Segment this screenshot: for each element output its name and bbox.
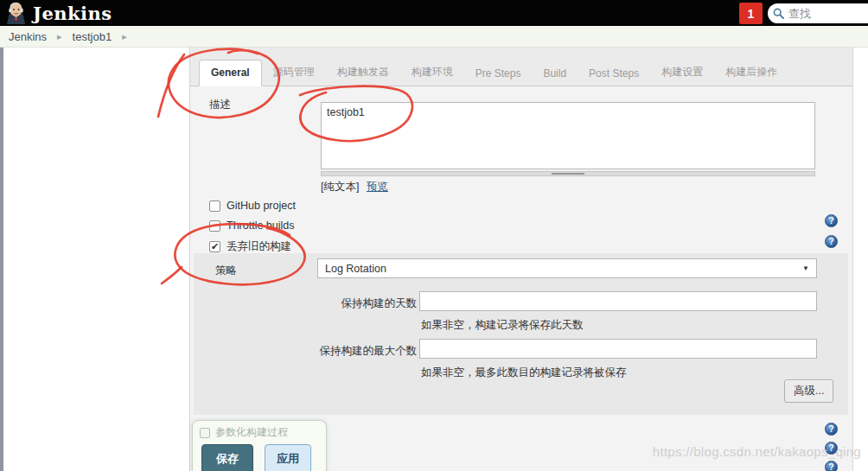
plain-text-mode-label: [纯文本] bbox=[321, 181, 359, 193]
chevron-right-icon: ▸ bbox=[122, 31, 127, 42]
tab-build-settings[interactable]: 构建设置 bbox=[650, 59, 714, 86]
annotation-tail-discard-old-builds bbox=[162, 267, 182, 283]
throttle-builds-checkbox[interactable] bbox=[209, 220, 220, 232]
max-builds-label: 保持构建的最大个数 bbox=[268, 344, 417, 359]
csdn-watermark: https://blog.csdn.net/kakaops_qing bbox=[653, 444, 861, 459]
jenkins-butler-icon[interactable] bbox=[4, 1, 27, 25]
breadcrumb: Jenkins ▸ testjob1 ▸ bbox=[0, 26, 868, 48]
save-panel: 参数化构建过程 保存 应用 在必要的时候并发构建 bbox=[192, 420, 327, 471]
throttle-builds-label: Throttle builds bbox=[227, 220, 295, 232]
help-icon[interactable]: ? bbox=[825, 423, 838, 436]
advanced-button[interactable]: 高级... bbox=[784, 379, 833, 403]
parameterized-build-checkbox[interactable] bbox=[200, 428, 210, 438]
strategy-select[interactable]: Log Rotation ▼ bbox=[317, 258, 817, 278]
days-to-keep-label: 保持构建的天数 bbox=[280, 296, 417, 311]
github-project-row: GitHub project bbox=[209, 200, 296, 212]
discard-old-builds-checkbox[interactable]: ✔ bbox=[209, 241, 220, 252]
window-edge bbox=[0, 48, 3, 471]
tab-pre-steps[interactable]: Pre Steps bbox=[464, 61, 533, 86]
search-input[interactable] bbox=[787, 6, 868, 21]
description-label: 描述 bbox=[209, 98, 231, 112]
config-tab-bar: General 源码管理 构建触发器 构建环境 Pre Steps Build … bbox=[190, 48, 852, 86]
chevron-right-icon: ▸ bbox=[57, 31, 62, 42]
tab-general[interactable]: General bbox=[199, 60, 262, 86]
jenkins-config-page: { "header": { "brand": "Jenkins", "alert… bbox=[0, 0, 868, 471]
apply-button[interactable]: 应用 bbox=[265, 444, 311, 471]
throttle-builds-row: Throttle builds bbox=[209, 220, 295, 232]
github-project-checkbox[interactable] bbox=[209, 200, 220, 212]
max-builds-help: 如果非空，最多此数目的构建记录将被保存 bbox=[421, 366, 627, 380]
tab-post-steps[interactable]: Post Steps bbox=[578, 61, 650, 86]
strategy-selected-value: Log Rotation bbox=[325, 263, 386, 275]
days-to-keep-help: 如果非空，构建记录将保存此天数 bbox=[421, 318, 584, 333]
chevron-down-icon: ▼ bbox=[802, 264, 809, 272]
github-project-label: GitHub project bbox=[227, 200, 296, 212]
breadcrumb-item-job[interactable]: testjob1 bbox=[73, 30, 112, 43]
tab-build-triggers[interactable]: 构建触发器 bbox=[326, 59, 400, 86]
discard-old-builds-label: 丢弃旧的构建 bbox=[227, 239, 291, 254]
log-rotation-section: 策略 Log Rotation ▼ 保持构建的天数 如果非空，构建记录将保存此天… bbox=[194, 253, 848, 415]
help-icon[interactable]: ? bbox=[825, 235, 838, 248]
description-modeline: [纯文本] 预览 bbox=[321, 180, 388, 194]
tab-post-build-actions[interactable]: 构建后操作 bbox=[714, 59, 788, 86]
strategy-label: 策略 bbox=[215, 264, 237, 278]
max-builds-input[interactable] bbox=[419, 339, 817, 359]
tab-build-environment[interactable]: 构建环境 bbox=[400, 59, 464, 86]
config-content: General 源码管理 构建触发器 构建环境 Pre Steps Build … bbox=[189, 48, 853, 471]
search-box bbox=[768, 3, 868, 23]
tab-source-code-management[interactable]: 源码管理 bbox=[262, 59, 326, 86]
discard-old-builds-row: ✔ 丢弃旧的构建 bbox=[209, 239, 291, 254]
help-icon[interactable]: ? bbox=[825, 214, 838, 227]
app-title[interactable]: Jenkins bbox=[33, 3, 112, 24]
save-button[interactable]: 保存 bbox=[201, 444, 253, 471]
breadcrumb-item-jenkins[interactable]: Jenkins bbox=[9, 30, 47, 43]
parameterized-build-row: 参数化构建过程 bbox=[200, 425, 326, 440]
tab-build[interactable]: Build bbox=[532, 61, 578, 86]
parameterized-build-label: 参数化构建过程 bbox=[215, 425, 288, 440]
textarea-resize-handle[interactable] bbox=[321, 171, 815, 176]
help-icon[interactable]: ? bbox=[825, 461, 838, 471]
top-bar: Jenkins 1 bbox=[0, 0, 868, 26]
preview-link[interactable]: 预览 bbox=[367, 181, 388, 193]
annotation-tail-general-tab bbox=[158, 54, 184, 117]
description-textarea[interactable]: testjob1 bbox=[321, 102, 815, 169]
alert-count-badge[interactable]: 1 bbox=[739, 3, 763, 24]
days-to-keep-input[interactable] bbox=[419, 291, 817, 311]
search-icon bbox=[773, 8, 784, 19]
